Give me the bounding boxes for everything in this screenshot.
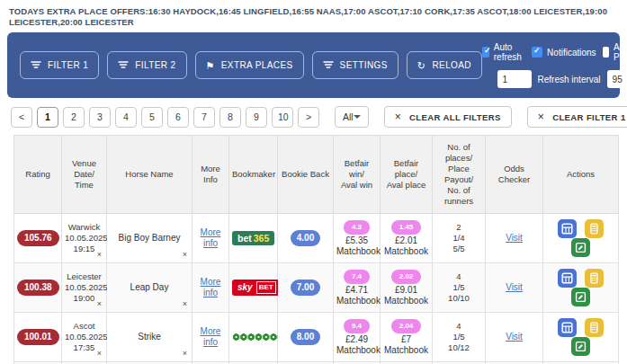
betfair-win-cell: 9.4 £2.49 Matchbook: [334, 313, 381, 362]
odds-checker-cell: Visit: [486, 263, 543, 313]
actions-cell: [543, 214, 619, 263]
checkbox-icon[interactable]: [532, 47, 542, 58]
actions-cell: [543, 313, 619, 362]
remove-horse-filter-icon[interactable]: [183, 348, 187, 359]
checkbox-row: Auto refresh Notifications Adv Play EPV: [482, 42, 627, 62]
win-available-amount: £5.35: [336, 235, 377, 246]
table-row-big-boy-barney: 105.76 Warwick 10.05.2025 19:15 Big Boy …: [14, 214, 619, 263]
checkbox-notifications[interactable]: Notifications: [532, 47, 596, 58]
notes-button[interactable]: [571, 238, 590, 257]
column-header: Betfair place/ Aval place: [381, 136, 433, 214]
horse-cell: Big Boy Barney: [107, 214, 193, 263]
bookie-back-cell: 8.00: [278, 313, 334, 362]
place-available-amount: £2.01: [383, 235, 429, 246]
column-header: Bookmaker: [229, 136, 278, 214]
odds-table-button[interactable]: [558, 269, 577, 288]
reload-button[interactable]: ↻ RELOAD: [407, 51, 482, 79]
column-header: Horse Name: [107, 136, 193, 214]
calculator-icon: [588, 272, 600, 284]
page-button-8[interactable]: 8: [219, 107, 241, 128]
minimum-rating-input[interactable]: [607, 70, 627, 88]
win-exchange-name: Matchbook: [336, 246, 377, 257]
betfair-place-cell: 1.45 £2.01 Matchbook: [381, 214, 433, 263]
odds-table-button[interactable]: [558, 219, 577, 238]
prev-page-button[interactable]: <: [11, 107, 32, 128]
place-exchange-name: Matchbook: [383, 296, 429, 306]
odds-checker-visit-link[interactable]: Visit: [506, 332, 523, 342]
checkbox-icon[interactable]: [482, 47, 489, 58]
column-header: Odds Checker: [486, 136, 543, 214]
calculator-button[interactable]: [585, 269, 604, 288]
clear-all-filters-button[interactable]: × CLEAR ALL FILTERS: [384, 106, 512, 128]
places-cell: 4 1/5 10/12: [433, 313, 486, 362]
checkbox-adv-play[interactable]: Adv Play: [603, 42, 627, 62]
toolbar: FILTER 1 FILTER 2 ⚑ EXTRA PLACES SETTING…: [7, 32, 620, 98]
page-button-5[interactable]: 5: [141, 107, 163, 128]
horse-name: Leap Day: [130, 282, 169, 292]
page-button-1[interactable]: 1: [37, 107, 58, 128]
note-edit-icon: [575, 242, 587, 253]
checkbox-icon[interactable]: [603, 47, 609, 58]
remove-horse-filter-icon[interactable]: [183, 249, 187, 260]
calculator-button[interactable]: [585, 219, 604, 238]
note-edit-icon: [575, 291, 587, 303]
bookmaker-logo: skyBET: [232, 280, 282, 296]
rating-cell: 100.01: [14, 313, 62, 362]
page-button-4[interactable]: 4: [115, 107, 137, 128]
remove-horse-filter-icon[interactable]: [183, 298, 187, 309]
betfair-win-cell: 4.3 £5.35 Matchbook: [334, 214, 381, 263]
filter2-button[interactable]: FILTER 2: [107, 51, 186, 79]
table-header-row: Rating Venue Date/ Time Horse Name More …: [14, 136, 619, 214]
calculator-button[interactable]: [585, 318, 604, 337]
page-button-10[interactable]: 10: [272, 107, 293, 128]
remove-venue-filter-icon[interactable]: [97, 348, 102, 359]
place-exchange-name: Matchbook: [383, 345, 429, 356]
more-info-cell: More info: [193, 263, 229, 313]
odds-checker-visit-link[interactable]: Visit: [506, 282, 523, 292]
filter1-button[interactable]: FILTER 1: [20, 51, 99, 79]
notes-button[interactable]: [571, 337, 590, 356]
extra-places-button[interactable]: ⚑ EXTRA PLACES: [195, 51, 304, 79]
page-button-7[interactable]: 7: [193, 107, 215, 128]
bookmaker-cell: [229, 313, 278, 362]
settings-button[interactable]: SETTINGS: [312, 51, 399, 79]
refresh-interval-input[interactable]: [497, 70, 532, 88]
odds-checker-cell: Visit: [486, 313, 543, 362]
place-exchange-name: Matchbook: [383, 246, 429, 257]
place-odds-badge: 1.45: [391, 220, 422, 235]
page-button-2[interactable]: 2: [63, 107, 85, 128]
page-button-3[interactable]: 3: [89, 107, 111, 128]
close-icon: ×: [395, 112, 401, 121]
clear-filter1-button[interactable]: × CLEAR FILTER 1: [527, 106, 627, 128]
remove-venue-filter-icon[interactable]: [97, 249, 102, 260]
win-odds-badge: 9.4: [344, 319, 370, 333]
win-odds-badge: 4.3: [344, 220, 370, 235]
filter-select-value: All: [343, 111, 354, 122]
next-page-button[interactable]: >: [298, 107, 319, 128]
rating-cell: 100.38: [14, 263, 62, 313]
places-cell: 4 1/5 10/10: [433, 263, 486, 313]
filter-icon: [323, 60, 334, 70]
odds-checker-visit-link[interactable]: Visit: [506, 233, 523, 243]
places-payout-runners: 4 1/5 10/12: [435, 321, 482, 353]
table-grid-icon: [561, 322, 573, 333]
refresh-interval-label: Refresh interval: [538, 75, 601, 84]
odds-table-button[interactable]: [558, 318, 577, 337]
checkbox-label: Auto refresh: [494, 42, 525, 62]
win-exchange-name: Matchbook: [336, 296, 377, 306]
more-info-link[interactable]: More info: [201, 227, 221, 248]
checkbox-auto-refresh[interactable]: Auto refresh: [482, 42, 525, 62]
page-button-6[interactable]: 6: [167, 107, 189, 128]
notes-button[interactable]: [571, 288, 590, 306]
actions-cell: [543, 263, 619, 313]
venue-cell: Ascot 10.05.2025 17:35: [62, 313, 107, 362]
page-button-9[interactable]: 9: [246, 107, 267, 128]
checkbox-label: Notifications: [547, 48, 596, 58]
more-info-link[interactable]: More info: [201, 277, 221, 297]
horse-cell: Strike: [107, 313, 193, 362]
filter-select[interactable]: All: [335, 106, 369, 128]
filter1-label: FILTER 1: [48, 60, 88, 70]
bookmaker-cell: bet365: [229, 214, 278, 263]
remove-venue-filter-icon[interactable]: [97, 298, 102, 309]
more-info-link[interactable]: More info: [201, 326, 221, 347]
